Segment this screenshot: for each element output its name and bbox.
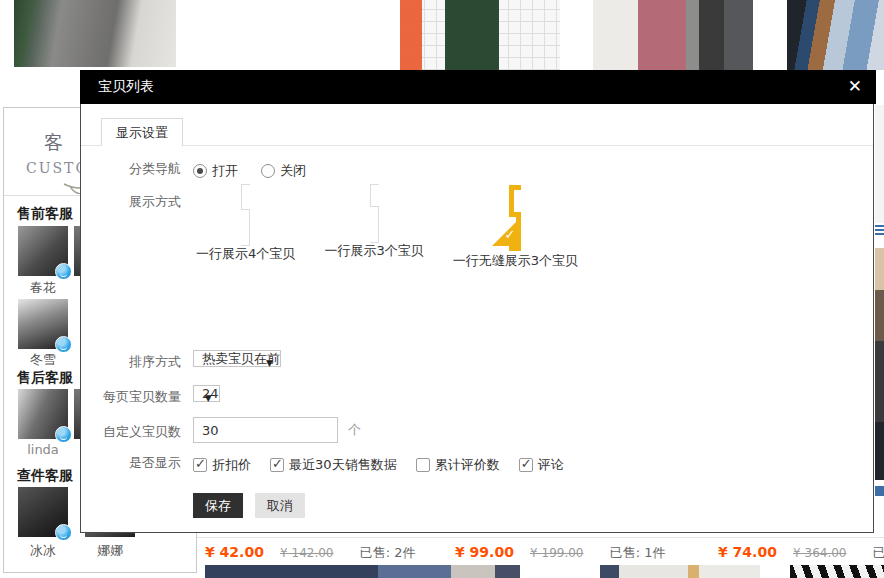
sort-select[interactable]: 热卖宝贝在前 ▼ [193, 350, 281, 367]
original-price: ¥ 142.00 [280, 546, 333, 560]
product-price-group: ¥ 99.00 ¥ 199.00 已售: 1件 [455, 544, 665, 562]
product-list-dialog: 宝贝列表 ✕ 显示设置 分类导航 打开 关闭 展示方式 [80, 70, 874, 533]
checkbox-label[interactable]: 最近30天销售数据 [289, 457, 397, 472]
wangwang-icon[interactable] [55, 426, 72, 443]
product-image[interactable] [14, 0, 176, 67]
link-fragment [875, 486, 884, 496]
price: ¥ 42.00 [205, 544, 264, 560]
product-image[interactable] [787, 0, 884, 70]
checkbox-label[interactable]: 评论 [538, 457, 564, 472]
dialog-title: 宝贝列表 [98, 78, 154, 96]
sold-count: 已售: 1件 [873, 545, 884, 560]
custom-count-input[interactable] [193, 417, 338, 443]
display-option-caption[interactable]: 一行展示3个宝贝 [324, 242, 423, 260]
radio-label[interactable]: 打开 [212, 163, 238, 178]
display-option-caption[interactable]: 一行无缝展示3个宝贝 [453, 252, 578, 270]
tab-divider [81, 145, 873, 146]
close-icon[interactable]: ✕ [848, 76, 862, 96]
original-price: ¥ 364.00 [793, 546, 846, 560]
product-image[interactable] [600, 565, 760, 578]
radio-label[interactable]: 关闭 [280, 163, 306, 178]
checkbox-comments[interactable] [519, 458, 533, 472]
display-option-3-seamless[interactable]: ✓ 一行无缝展示3个宝贝 [453, 193, 578, 270]
agent-name: 冰冰 [18, 542, 68, 560]
dialog-header: 宝贝列表 ✕ [80, 70, 876, 104]
cancel-button[interactable]: 取消 [255, 493, 305, 518]
per-page-select[interactable]: 24 ▼ [193, 385, 220, 402]
avatar[interactable] [18, 389, 68, 439]
checkbox-discount-price[interactable] [193, 458, 207, 472]
product-price-group: ¥ 42.00 ¥ 142.00 已售: 2件 [205, 544, 415, 562]
price: ¥ 74.00 [718, 544, 777, 560]
caret-down-icon: ▼ [205, 386, 212, 411]
avatar[interactable] [18, 299, 68, 349]
unit-suffix: 个 [348, 421, 361, 439]
field-label: 每页宝贝数量 [81, 388, 181, 406]
checkbox-label[interactable]: 折扣价 [212, 457, 251, 472]
check-icon: ✓ [504, 223, 515, 247]
page-strip [875, 105, 884, 223]
radio-open[interactable] [193, 164, 207, 178]
wangwang-icon[interactable] [55, 263, 72, 280]
display-option-4-per-row[interactable]: 一行展示4个宝贝 [196, 193, 295, 263]
field-label: 是否显示 [81, 454, 181, 472]
tab-display-settings[interactable]: 显示设置 [101, 118, 183, 146]
checkbox-label[interactable]: 累计评价数 [435, 457, 500, 472]
checkbox-total-reviews[interactable] [416, 458, 430, 472]
product-image[interactable] [790, 565, 884, 578]
display-option-3-per-row[interactable]: 一行展示3个宝贝 [324, 193, 423, 260]
sold-count: 已售: 1件 [610, 545, 666, 560]
product-image[interactable] [400, 0, 560, 70]
avatar[interactable] [18, 487, 68, 537]
product-image [875, 248, 884, 480]
agent-name: 冬雪 [18, 351, 68, 369]
save-button[interactable]: 保存 [193, 493, 243, 518]
display-option-caption[interactable]: 一行展示4个宝贝 [196, 245, 295, 263]
field-label: 自定义宝贝数 [81, 423, 181, 441]
section-heading-aftersale: 售后客服 [17, 369, 73, 387]
link-fragment [875, 223, 884, 235]
wangwang-icon[interactable] [55, 524, 72, 541]
product-image[interactable] [593, 0, 753, 70]
avatar[interactable] [18, 226, 68, 276]
section-heading-presale: 售前客服 [17, 205, 73, 223]
field-label: 分类导航 [81, 160, 181, 178]
original-price: ¥ 199.00 [530, 546, 583, 560]
logo-cn-text: 客 [44, 130, 63, 156]
agent-name: linda [18, 442, 68, 457]
caret-down-icon: ▼ [266, 351, 273, 376]
agent-name: 春花 [18, 279, 68, 297]
product-price-group: ¥ 74.00 ¥ 364.00 已售: 1件 [718, 544, 884, 562]
agent-name: 娜娜 [85, 542, 135, 560]
price: ¥ 99.00 [455, 544, 514, 560]
sold-count: 已售: 2件 [360, 545, 416, 560]
field-label: 排序方式 [81, 353, 181, 371]
field-label: 展示方式 [81, 193, 181, 211]
divider [197, 537, 884, 538]
product-image[interactable] [205, 565, 520, 578]
section-heading-tracking: 查件客服 [17, 467, 73, 485]
radio-closed[interactable] [261, 164, 275, 178]
checkbox-30day-sales[interactable] [270, 458, 284, 472]
product-image[interactable] [210, 0, 371, 70]
page: 客 CUSTOM 售前客服 春花 冬雪 售后客服 linda 查件客服 冰冰 娜… [0, 0, 884, 578]
